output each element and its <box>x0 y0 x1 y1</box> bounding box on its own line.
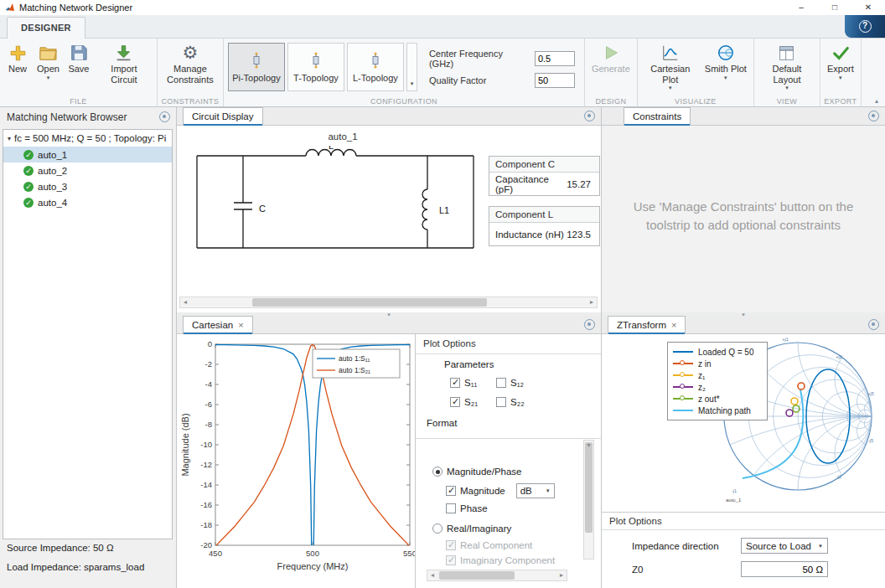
scroll-left-icon[interactable]: ◂ <box>180 297 190 307</box>
svg-text:auto 1:S₁₁: auto 1:S₁₁ <box>339 354 370 363</box>
s12-label: S₁₂ <box>510 378 524 388</box>
ribbon-section-export: Export ▾ EXPORT <box>820 39 862 106</box>
center-frequency-input[interactable] <box>535 51 575 66</box>
scroll-right-icon[interactable]: ▸ <box>587 297 597 307</box>
t-topology-button[interactable]: T-Topology <box>287 43 344 91</box>
close-tab-icon[interactable]: × <box>671 317 676 333</box>
open-button[interactable]: Open ▾ <box>33 39 64 80</box>
real-component-checkbox-row: Real Component <box>446 540 532 550</box>
pi-topology-button[interactable]: Pi-Topology <box>228 43 285 91</box>
tab-designer[interactable]: DESIGNER <box>7 17 85 39</box>
tree-item-label: auto_2 <box>38 166 67 176</box>
component-l-panel: Component L Inductance (nH) 123.5 <box>489 206 600 246</box>
tree-item-auto-3[interactable]: auto_3 <box>3 178 172 194</box>
svg-text:+j1: +j1 <box>782 337 789 342</box>
configuration-section-label: CONFIGURATION <box>224 97 584 106</box>
s12-checkbox-row[interactable]: S₁₂ <box>496 378 524 388</box>
manage-constraints-button[interactable]: ⚙ Manage Constraints <box>160 39 220 85</box>
inductance-value[interactable]: 123.5 <box>567 230 591 240</box>
cartesian-panel: Cartesian × 0-2-4-6-8-10-12-14-16-18-204… <box>177 316 601 588</box>
magnitude-checkbox[interactable] <box>446 486 456 496</box>
s22-label: S₂₂ <box>510 397 525 407</box>
t-topology-icon <box>309 52 323 70</box>
topology-gallery-expand-button[interactable]: ▾ <box>406 43 417 91</box>
s22-checkbox[interactable] <box>496 397 506 407</box>
circuit-schematic[interactable]: L C L1 <box>189 146 497 271</box>
open-folder-icon <box>37 43 59 63</box>
tab-ztransform[interactable]: ZTransform × <box>608 316 686 333</box>
collapse-toolstrip-icon[interactable]: ▴ <box>875 97 878 105</box>
ribbon-section-configuration: Pi-Topology T-Topology L-Topology ▾ <box>224 39 585 106</box>
tree-item-auto-4[interactable]: auto_4 <box>3 194 172 210</box>
new-button[interactable]: New <box>3 39 33 75</box>
cartesian-panel-options-icon[interactable] <box>584 319 595 330</box>
smith-plot-button[interactable]: Smith Plot ▾ <box>701 39 751 80</box>
tab-cartesian[interactable]: Cartesian × <box>183 316 253 333</box>
s21-checkbox-row[interactable]: S₂₁ <box>450 397 478 407</box>
circuit-name: auto_1 <box>189 132 497 142</box>
tree-collapse-icon[interactable]: ▾ <box>8 135 11 142</box>
visualize-section-label: VISUALIZE <box>638 97 753 106</box>
generate-button[interactable]: Generate <box>587 39 634 75</box>
imaginary-component-checkbox-row: Imaginary Component <box>446 555 555 565</box>
s11-checkbox[interactable] <box>450 378 460 388</box>
tree-item-auto-1[interactable]: auto_1 <box>3 147 172 162</box>
tree-item-label: auto_3 <box>38 182 67 192</box>
browser-panel-options-icon[interactable] <box>159 111 170 122</box>
svg-text:-10: -10 <box>200 440 212 449</box>
scroll-down-icon[interactable]: ▾ <box>584 441 593 559</box>
capacitance-value[interactable]: 15.27 <box>567 179 591 189</box>
s11-checkbox-row[interactable]: S₁₁ <box>450 378 477 388</box>
phase-checkbox[interactable] <box>446 503 456 513</box>
tree-item-auto-2[interactable]: auto_2 <box>3 162 172 178</box>
topology-gallery: Pi-Topology T-Topology L-Topology ▾ <box>226 39 419 106</box>
help-icon[interactable]: ? <box>859 20 872 33</box>
ztransform-panel-options-icon[interactable] <box>868 319 879 330</box>
cartesian-plot-icon <box>660 43 681 63</box>
scroll-left-icon[interactable]: ◂ <box>427 570 437 580</box>
magnitude-plot[interactable]: 0-2-4-6-8-10-12-14-16-18-20450500550Freq… <box>179 334 415 585</box>
z0-input[interactable] <box>741 561 828 577</box>
magnitude-phase-radio[interactable] <box>432 467 442 477</box>
real-imaginary-radio-row[interactable]: Real/Imaginary <box>432 524 511 534</box>
maximize-button[interactable]: □ <box>818 0 851 15</box>
quality-factor-input[interactable] <box>535 73 575 88</box>
default-layout-button[interactable]: Default Layout ▾ <box>757 39 817 90</box>
circuit-horizontal-scrollbar[interactable]: ◂ ▸ <box>179 297 598 308</box>
tab-circuit-display[interactable]: Circuit Display <box>183 107 263 125</box>
real-imaginary-radio[interactable] <box>432 524 442 534</box>
close-button[interactable]: ✕ <box>851 0 885 15</box>
impedance-direction-label: Impedance direction <box>632 541 719 551</box>
chevron-down-icon: ▼ <box>546 488 551 493</box>
source-impedance-text: Source Impedance: 50 Ω <box>7 543 114 553</box>
magnitude-unit-select[interactable]: dB ▼ <box>516 483 555 498</box>
circuit-panel-options-icon[interactable] <box>584 111 595 121</box>
s22-checkbox-row[interactable]: S₂₂ <box>496 397 525 407</box>
format-vertical-scrollbar[interactable]: ▾ <box>583 440 594 560</box>
scroll-right-icon[interactable]: ▸ <box>556 570 567 580</box>
l-topology-button[interactable]: L-Topology <box>347 43 404 91</box>
export-button[interactable]: Export ▾ <box>823 39 858 80</box>
legend-entry: Matching path <box>673 405 762 416</box>
cartesian-plot-button[interactable]: Cartesian Plot ▾ <box>640 39 701 90</box>
impedance-direction-select[interactable]: Source to Load ▼ <box>741 538 828 554</box>
svg-text:-18: -18 <box>200 520 212 529</box>
magnitude-phase-radio-row[interactable]: Magnitude/Phase <box>432 467 522 477</box>
plot-options-horizontal-scrollbar[interactable]: ◂ ▸ <box>427 570 567 581</box>
real-component-label: Real Component <box>460 540 532 550</box>
tree-root[interactable]: ▾ fc = 500 MHz; Q = 50 ; Topology: Pi <box>3 130 172 147</box>
tab-constraints[interactable]: Constraints <box>624 107 691 125</box>
scroll-thumb[interactable] <box>439 571 515 580</box>
s12-checkbox[interactable] <box>496 378 506 388</box>
close-tab-icon[interactable]: × <box>238 317 243 333</box>
constraints-panel-options-icon[interactable] <box>868 111 879 121</box>
s21-checkbox[interactable] <box>450 397 460 407</box>
phase-checkbox-row[interactable]: Phase <box>446 503 488 513</box>
magnitude-checkbox-row[interactable]: Magnitude dB ▼ <box>446 483 555 498</box>
import-circuit-button[interactable]: Import Circuit <box>94 39 154 85</box>
save-button[interactable]: Save <box>64 39 94 75</box>
scroll-thumb[interactable] <box>252 298 487 307</box>
inductance-label: Inductance (nH) <box>495 230 564 240</box>
minimize-button[interactable]: – <box>784 0 818 15</box>
svg-text:-14: -14 <box>200 480 212 489</box>
